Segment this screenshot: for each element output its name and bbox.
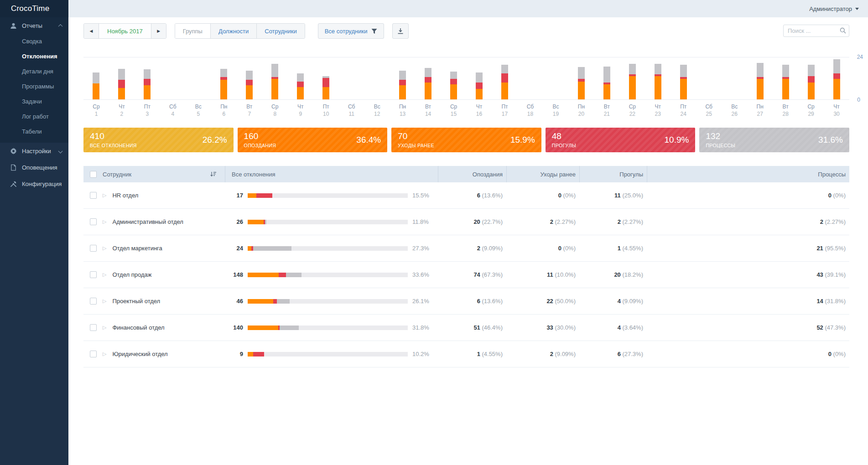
expand-row-icon[interactable]: ▷ — [103, 298, 106, 304]
chart-day-label: Сб25 — [696, 103, 722, 118]
chart-bar[interactable] — [297, 73, 304, 99]
download-button[interactable] — [392, 23, 409, 39]
sidebar-item-сводка[interactable]: Сводка — [0, 34, 68, 49]
employee-filter-button[interactable]: Все сотрудники — [318, 23, 385, 39]
chart-bar[interactable] — [578, 67, 585, 99]
employee-name[interactable]: Отдел маркетинга — [112, 245, 162, 252]
row-checkbox[interactable] — [90, 324, 97, 331]
column-header-late[interactable]: Опоздания — [438, 166, 506, 182]
chart-bar[interactable] — [782, 65, 789, 99]
summary-card-опоздания[interactable]: 160ОПОЗДАНИЯ36.4% — [238, 128, 388, 152]
chart-bar[interactable] — [425, 68, 431, 99]
chart-bar[interactable] — [655, 64, 661, 99]
chart-bar[interactable] — [220, 69, 227, 99]
sidebar-item-табели[interactable]: Табели — [0, 124, 68, 139]
chart-bar[interactable] — [833, 59, 840, 99]
chart-bar-segment — [246, 71, 253, 80]
table-header-row: Сотрудник Все отклонения Опоздания Уходы… — [83, 166, 849, 182]
tab-группы[interactable]: Группы — [175, 24, 211, 38]
sidebar-item-задачи[interactable]: Задачи — [0, 94, 68, 109]
tab-сотрудники[interactable]: Сотрудники — [257, 24, 304, 38]
row-checkbox[interactable] — [90, 218, 97, 225]
column-header-absence[interactable]: Прогулы — [579, 166, 647, 182]
sidebar-item-программы[interactable]: Программы — [0, 79, 68, 94]
user-menu[interactable]: Администратор — [809, 5, 859, 12]
employee-name[interactable]: Юридический отдел — [112, 351, 167, 357]
sidebar-item-label: Настройки — [22, 148, 59, 155]
sidebar-item-детали-дня[interactable]: Детали дня — [0, 64, 68, 79]
deviations-percent: 26.1% — [412, 298, 438, 305]
chart-bar-segment — [399, 85, 406, 99]
chart-bar-segment — [246, 85, 253, 99]
row-checkbox[interactable] — [90, 298, 97, 305]
tab-должности[interactable]: Должности — [211, 24, 257, 38]
late-cell-count: 74 — [473, 271, 480, 278]
chart-day-label: Чт2 — [109, 103, 135, 118]
absence-cell: 4 (3.64%) — [579, 324, 647, 331]
chart-day-slot — [798, 65, 824, 99]
chart-bar[interactable] — [322, 76, 329, 99]
column-header-deviations[interactable]: Все отклонения — [225, 166, 438, 182]
sidebar-item-reports[interactable]: Отчеты — [0, 17, 68, 34]
table-row: ▷Финансовый отдел14031.8%51 (46.4%)33 (3… — [83, 315, 849, 341]
employee-name[interactable]: Финансовый отдел — [112, 324, 164, 331]
chart-bar[interactable] — [680, 65, 687, 99]
chart-bar[interactable] — [93, 72, 99, 99]
sidebar-item-notifications[interactable]: Оповещения — [0, 159, 68, 176]
sidebar-item-отклонения[interactable]: Отклонения — [0, 49, 68, 64]
column-header-early[interactable]: Уходы ранее — [506, 166, 579, 182]
employee-name[interactable]: Проектный отдел — [112, 298, 160, 305]
chart-bar[interactable] — [808, 65, 815, 99]
chart-bar[interactable] — [399, 71, 406, 99]
summary-card-все-отклонения[interactable]: 410ВСЕ ОТКЛОНЕНИЯ26.2% — [83, 128, 234, 152]
chart-bar[interactable] — [476, 72, 483, 99]
summary-card-уходы-ранее[interactable]: 70УХОДЫ РАНЕЕ15.9% — [391, 128, 541, 152]
row-checkbox[interactable] — [90, 192, 97, 199]
chart-bar[interactable] — [118, 69, 125, 99]
expand-row-icon[interactable]: ▷ — [103, 351, 106, 357]
deviations-cell: 14031.8% — [225, 324, 438, 331]
day-number-label: 1 — [83, 110, 109, 118]
expand-row-icon[interactable]: ▷ — [103, 219, 106, 225]
chart-day-slot — [773, 65, 798, 99]
chart-bar-segment — [833, 59, 840, 73]
chart-bar[interactable] — [144, 69, 151, 99]
column-header-processes[interactable]: Процессы — [647, 166, 849, 182]
employee-name[interactable]: HR отдел — [112, 192, 138, 199]
prev-month-button[interactable]: ◀ — [84, 24, 99, 38]
sidebar-item-лог-работ[interactable]: Лог работ — [0, 109, 68, 124]
chart-bar[interactable] — [603, 67, 610, 99]
chart-day-slot — [441, 72, 467, 99]
chart-day-slot — [288, 73, 313, 99]
early-leave-cell-count: 11 — [547, 271, 553, 278]
row-checkbox[interactable] — [90, 245, 97, 252]
sidebar-item-settings[interactable]: Настройки — [0, 143, 68, 159]
sort-icon[interactable] — [210, 171, 217, 177]
expand-row-icon[interactable]: ▷ — [103, 245, 106, 251]
summary-card-прогулы[interactable]: 48ПРОГУЛЫ10.9% — [546, 128, 696, 152]
chart-bar[interactable] — [629, 64, 636, 99]
chart-bar[interactable] — [246, 71, 253, 99]
period-button[interactable]: Ноябрь 2017 — [99, 24, 151, 38]
card-percent: 31.6% — [818, 135, 843, 145]
expand-row-icon[interactable]: ▷ — [103, 192, 106, 198]
sidebar-item-configuration[interactable]: Конфигурация — [0, 176, 68, 192]
column-header-employee[interactable]: Сотрудник — [101, 166, 225, 182]
next-month-button[interactable]: ▶ — [151, 24, 166, 38]
row-checkbox[interactable] — [90, 351, 97, 357]
select-all-checkbox[interactable] — [90, 171, 97, 178]
chart-bar[interactable] — [757, 63, 764, 99]
summary-card-процессы[interactable]: 132ПРОЦЕССЫ31.6% — [699, 128, 849, 152]
row-checkbox[interactable] — [90, 271, 97, 278]
chart-bar[interactable] — [450, 72, 457, 99]
deviations-bar-track — [248, 326, 408, 330]
table-body: ▷HR отдел1715.5%6 (13.6%)0 (0%)11 (25.0%… — [83, 182, 849, 367]
employee-name[interactable]: Административный отдел — [112, 218, 183, 225]
chart-bar-segment — [144, 79, 151, 85]
chart-bar-segment — [322, 87, 329, 99]
chart-bar[interactable] — [501, 65, 508, 99]
expand-row-icon[interactable]: ▷ — [103, 272, 106, 278]
employee-name[interactable]: Отдел продаж — [112, 271, 151, 278]
chart-bar[interactable] — [271, 64, 278, 99]
expand-row-icon[interactable]: ▷ — [103, 325, 106, 331]
